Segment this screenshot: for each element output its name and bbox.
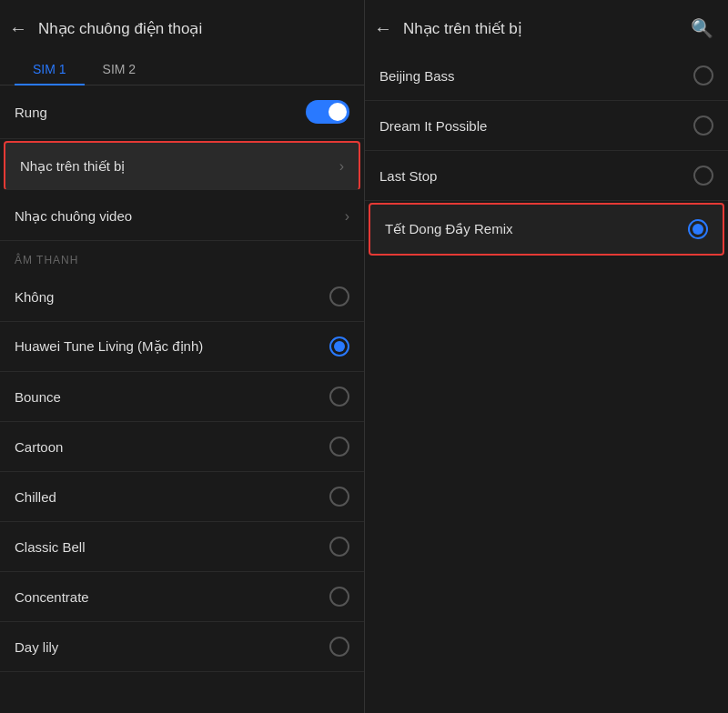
tab-sim2[interactable]: SIM 2 — [85, 55, 155, 85]
nhac-thiet-bi-chevron: › — [339, 158, 344, 175]
am-thanh-section-header: ÂM THANH — [0, 241, 364, 272]
sound-item-label-0: Không — [15, 289, 329, 305]
sound-item-3[interactable]: Cartoon — [0, 422, 364, 472]
music-radio-1[interactable] — [693, 115, 713, 136]
sound-item-label-6: Concentrate — [15, 589, 329, 605]
left-header: ← Nhạc chuông điện thoại — [0, 0, 364, 51]
sound-radio-2[interactable] — [329, 387, 349, 407]
sim-tabs: SIM 1 SIM 2 — [0, 51, 364, 85]
music-item-label-2: Last Stop — [379, 168, 693, 184]
music-item-2[interactable]: Last Stop — [365, 151, 728, 201]
sound-radio-0[interactable] — [329, 286, 349, 306]
music-radio-2[interactable] — [693, 166, 713, 186]
sound-radio-5[interactable] — [329, 537, 349, 557]
nhac-chuong-video-row[interactable]: Nhạc chuông video › — [0, 192, 364, 241]
music-item-label-0: Beijing Bass — [379, 68, 693, 84]
nhac-chuong-video-chevron: › — [345, 208, 349, 225]
right-page-title: Nhạc trên thiết bị — [403, 19, 691, 38]
tab-sim1[interactable]: SIM 1 — [15, 55, 85, 85]
sound-radio-1[interactable] — [329, 336, 349, 356]
right-content: Beijing Bass Dream It Possible Last Stop… — [365, 51, 728, 713]
left-page-title: Nhạc chuông điện thoại — [38, 19, 349, 38]
rung-row: Rung — [0, 85, 364, 139]
music-item-0[interactable]: Beijing Bass — [365, 51, 728, 101]
sound-item-2[interactable]: Bounce — [0, 372, 364, 422]
sound-item-label-5: Classic Bell — [15, 539, 329, 555]
search-icon[interactable]: 🔍 — [691, 17, 713, 39]
rung-label: Rung — [15, 105, 306, 120]
right-back-button[interactable]: ← — [374, 18, 392, 39]
sound-item-5[interactable]: Classic Bell — [0, 522, 364, 572]
music-item-label-3: Tết Dong Đầy Remix — [385, 221, 688, 237]
sound-item-0[interactable]: Không — [0, 272, 364, 322]
music-item-label-1: Dream It Possible — [379, 118, 693, 134]
sound-item-4[interactable]: Chilled — [0, 472, 364, 522]
rung-toggle[interactable] — [306, 100, 349, 124]
sound-item-1[interactable]: Huawei Tune Living (Mặc định) — [0, 322, 364, 372]
music-item-1[interactable]: Dream It Possible — [365, 101, 728, 151]
right-panel: ← Nhạc trên thiết bị 🔍 Beijing Bass Drea… — [364, 0, 728, 713]
left-content: Rung Nhạc trên thiết bị › Nhạc chuông vi… — [0, 85, 364, 713]
nhac-thiet-bi-row[interactable]: Nhạc trên thiết bị › — [4, 141, 360, 190]
sound-item-label-3: Cartoon — [15, 439, 329, 455]
sound-radio-3[interactable] — [329, 437, 349, 457]
sound-item-label-2: Bounce — [15, 389, 329, 405]
nhac-thiet-bi-label: Nhạc trên thiết bị — [20, 158, 339, 175]
sound-radio-4[interactable] — [329, 487, 349, 507]
nhac-chuong-video-label: Nhạc chuông video — [15, 208, 345, 225]
sound-item-label-7: Day lily — [15, 639, 329, 655]
sound-item-6[interactable]: Concentrate — [0, 572, 364, 622]
music-radio-0[interactable] — [693, 65, 713, 85]
sound-radio-6[interactable] — [329, 587, 349, 607]
sound-radio-7[interactable] — [329, 637, 349, 657]
sound-item-7[interactable]: Day lily — [0, 622, 364, 672]
sound-item-label-4: Chilled — [15, 489, 329, 505]
music-radio-3[interactable] — [688, 219, 708, 239]
right-header: ← Nhạc trên thiết bị 🔍 — [365, 0, 728, 51]
sound-item-label-1: Huawei Tune Living (Mặc định) — [15, 338, 329, 355]
left-back-button[interactable]: ← — [9, 18, 27, 39]
music-item-3[interactable]: Tết Dong Đầy Remix — [369, 203, 724, 256]
left-panel: ← Nhạc chuông điện thoại SIM 1 SIM 2 Run… — [0, 0, 364, 713]
